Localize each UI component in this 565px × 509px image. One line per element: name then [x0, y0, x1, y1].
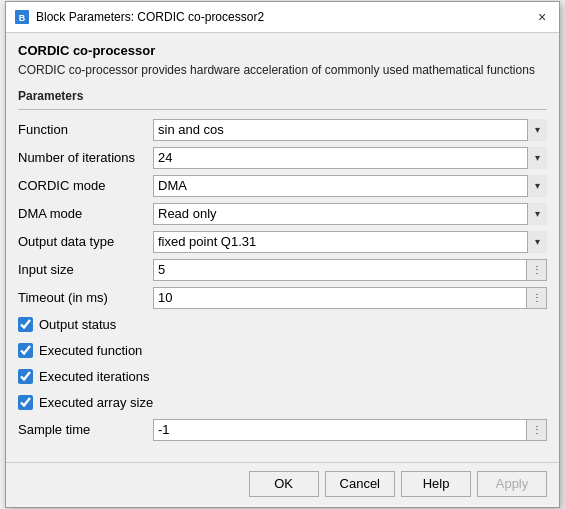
- section-divider: [18, 109, 547, 110]
- sample-time-label: Sample time: [18, 422, 153, 437]
- output-data-type-label: Output data type: [18, 234, 153, 249]
- title-bar-left: B Block Parameters: CORDIC co-processor2: [14, 9, 264, 25]
- cordic-mode-control: DMA ▾: [153, 175, 547, 197]
- sample-time-field-group: ⋮: [153, 419, 547, 441]
- output-data-type-control: fixed point Q1.31 ▾: [153, 231, 547, 253]
- title-bar: B Block Parameters: CORDIC co-processor2…: [6, 2, 559, 33]
- ok-button[interactable]: OK: [249, 471, 319, 497]
- executed-function-checkbox[interactable]: [18, 343, 33, 358]
- executed-function-row: Executed function: [18, 340, 547, 362]
- cordic-mode-label: CORDIC mode: [18, 178, 153, 193]
- block-icon: B: [14, 9, 30, 25]
- dma-mode-dropdown[interactable]: Read only: [153, 203, 547, 225]
- executed-array-size-row: Executed array size: [18, 392, 547, 414]
- timeout-field[interactable]: [153, 287, 527, 309]
- sample-time-control: ⋮: [153, 419, 547, 441]
- close-button[interactable]: ×: [533, 8, 551, 26]
- button-bar: OK Cancel Help Apply: [6, 462, 559, 507]
- input-size-dots-button[interactable]: ⋮: [527, 259, 547, 281]
- sample-time-dots-button[interactable]: ⋮: [527, 419, 547, 441]
- timeout-field-group: ⋮: [153, 287, 547, 309]
- function-dropdown[interactable]: sin and cos: [153, 119, 547, 141]
- output-status-checkbox[interactable]: [18, 317, 33, 332]
- apply-button[interactable]: Apply: [477, 471, 547, 497]
- executed-array-size-checkbox[interactable]: [18, 395, 33, 410]
- dma-mode-row: DMA mode Read only ▾: [18, 202, 547, 226]
- input-size-control: ⋮: [153, 259, 547, 281]
- executed-function-label: Executed function: [39, 343, 142, 358]
- sample-time-field[interactable]: [153, 419, 527, 441]
- help-button[interactable]: Help: [401, 471, 471, 497]
- timeout-dots-button[interactable]: ⋮: [527, 287, 547, 309]
- dialog-content: CORDIC co-processor CORDIC co-processor …: [6, 33, 559, 456]
- executed-iterations-checkbox[interactable]: [18, 369, 33, 384]
- svg-text:B: B: [19, 13, 26, 23]
- function-label: Function: [18, 122, 153, 137]
- timeout-row: Timeout (in ms) ⋮: [18, 286, 547, 310]
- cordic-mode-dropdown[interactable]: DMA: [153, 175, 547, 197]
- timeout-control: ⋮: [153, 287, 547, 309]
- iterations-dropdown[interactable]: 24: [153, 147, 547, 169]
- output-data-type-row: Output data type fixed point Q1.31 ▾: [18, 230, 547, 254]
- iterations-row: Number of iterations 24 ▾: [18, 146, 547, 170]
- cancel-button[interactable]: Cancel: [325, 471, 395, 497]
- cordic-mode-row: CORDIC mode DMA ▾: [18, 174, 547, 198]
- input-size-field-group: ⋮: [153, 259, 547, 281]
- sample-time-row: Sample time ⋮: [18, 418, 547, 442]
- dma-mode-control: Read only ▾: [153, 203, 547, 225]
- function-row: Function sin and cos ▾: [18, 118, 547, 142]
- block-title: CORDIC co-processor: [18, 43, 547, 58]
- function-control: sin and cos ▾: [153, 119, 547, 141]
- output-status-label: Output status: [39, 317, 116, 332]
- iterations-control: 24 ▾: [153, 147, 547, 169]
- dma-mode-label: DMA mode: [18, 206, 153, 221]
- output-data-type-dropdown[interactable]: fixed point Q1.31: [153, 231, 547, 253]
- dialog-window: B Block Parameters: CORDIC co-processor2…: [5, 1, 560, 508]
- executed-iterations-row: Executed iterations: [18, 366, 547, 388]
- parameters-section-label: Parameters: [18, 89, 547, 103]
- timeout-label: Timeout (in ms): [18, 290, 153, 305]
- block-description: CORDIC co-processor provides hardware ac…: [18, 62, 547, 79]
- executed-array-size-label: Executed array size: [39, 395, 153, 410]
- output-status-row: Output status: [18, 314, 547, 336]
- input-size-row: Input size ⋮: [18, 258, 547, 282]
- executed-iterations-label: Executed iterations: [39, 369, 150, 384]
- input-size-field[interactable]: [153, 259, 527, 281]
- dialog-title: Block Parameters: CORDIC co-processor2: [36, 10, 264, 24]
- iterations-label: Number of iterations: [18, 150, 153, 165]
- input-size-label: Input size: [18, 262, 153, 277]
